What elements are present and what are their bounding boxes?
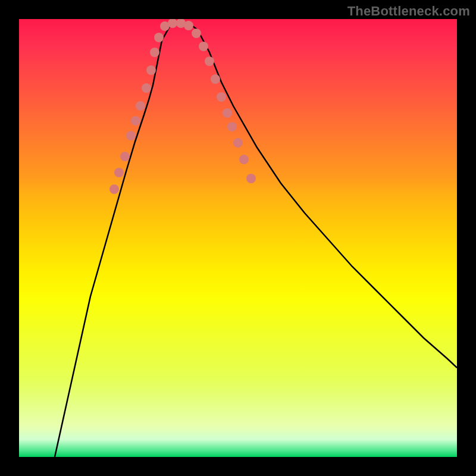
marker-point — [126, 131, 136, 140]
chart-svg — [19, 19, 457, 457]
marker-point — [150, 48, 159, 57]
marker-point — [192, 29, 201, 38]
marker-point — [217, 92, 226, 102]
marker-point — [109, 184, 119, 194]
marker-point — [233, 138, 243, 148]
marker-point — [131, 116, 140, 126]
marker-point — [154, 33, 164, 42]
chart-container: TheBottleneck.com — [0, 0, 476, 476]
marker-point — [184, 21, 193, 30]
marker-point — [146, 65, 156, 75]
marker-point — [142, 83, 151, 93]
marker-point — [205, 57, 214, 66]
marker-point — [120, 152, 130, 161]
watermark-text: TheBottleneck.com — [347, 4, 470, 19]
curve-line — [55, 23, 457, 457]
marker-point — [114, 168, 124, 177]
marker-point — [227, 122, 237, 131]
marker-point — [211, 74, 220, 84]
marker-point — [223, 108, 232, 118]
marker-point — [239, 155, 249, 164]
marker-point — [136, 101, 145, 111]
marker-point — [246, 174, 256, 183]
marker-point — [199, 42, 208, 51]
